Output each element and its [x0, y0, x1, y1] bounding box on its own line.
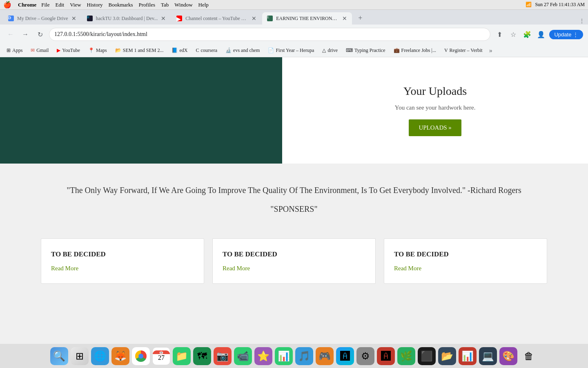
bookmark-youtube[interactable]: ▶ YouTube [53, 47, 83, 54]
bookmark-sem[interactable]: 📂 SEM 1 and SEM 2... [112, 47, 167, 54]
firstyear-favicon: 📄 [268, 47, 274, 54]
hero-section: Your Uploads You can see your hardwork h… [0, 57, 588, 164]
menu-edit[interactable]: Edit [56, 2, 65, 8]
bookmark-freelance[interactable]: 💼 Freelance Jobs |... [390, 47, 439, 54]
edx-label: edX [179, 47, 187, 54]
dock-app5[interactable]: ⭐ [254, 347, 272, 365]
drive-label: drive [327, 47, 338, 54]
tab-close-hack[interactable]: ✕ [161, 15, 166, 22]
dock-app10[interactable]: 💻 [479, 347, 497, 365]
bookmark-apps[interactable]: ⊞ Apps [3, 47, 26, 54]
bookmark-evs[interactable]: 🔬 evs and chem [222, 47, 263, 54]
dock-app8[interactable]: 🅰 [377, 347, 395, 365]
tab-close-drive[interactable]: ✕ [71, 15, 76, 22]
dock-trash[interactable]: 🗑 [520, 347, 538, 365]
evs-favicon: 🔬 [225, 47, 232, 54]
menu-view[interactable]: View [70, 2, 81, 8]
menu-profiles[interactable]: Profiles [139, 2, 155, 8]
menu-history[interactable]: History [87, 2, 103, 8]
profile-icon[interactable]: 👤 [535, 29, 547, 40]
dock-files[interactable]: 📂 [438, 347, 456, 365]
maps-label: Maps [96, 47, 107, 54]
tab-close-earn[interactable]: ✕ [342, 15, 347, 22]
forward-button[interactable]: → [20, 29, 31, 40]
dock-finder[interactable]: 🔍 [50, 347, 68, 365]
sem-label: SEM 1 and SEM 2... [123, 47, 164, 54]
dock-chrome[interactable] [132, 347, 150, 365]
url-bar[interactable]: 127.0.0.1:5500/kiraric/layout/index.html [49, 28, 490, 41]
quote-section: "The Only Way Forward, If We Are Going T… [0, 164, 588, 222]
dock-app4[interactable]: 📷 [214, 347, 232, 365]
apps-label: Apps [12, 47, 22, 54]
url-text: 127.0.0.1:5500/kiraric/layout/index.html [54, 31, 485, 38]
card-link-1[interactable]: Read More [51, 265, 194, 272]
tab-search-icon[interactable]: ⋮ [579, 18, 585, 25]
tab-label-yt: Channel content – YouTube Stu... [185, 16, 248, 22]
menu-bookmarks[interactable]: Bookmarks [109, 2, 133, 8]
evs-label: evs and chem [233, 47, 260, 54]
coursera-label: coursera [200, 47, 217, 54]
tab-youtube[interactable]: ▶ Channel content – YouTube Stu... ✕ [172, 12, 261, 25]
tab-drive[interactable]: D My Drive – Google Drive ✕ [3, 12, 81, 25]
bookmark-verbit[interactable]: V Register – Verbit [441, 47, 486, 54]
dock-appstore[interactable]: 🅰 [336, 347, 354, 365]
bookmarks-more-button[interactable]: » [488, 47, 494, 54]
dock-settings[interactable]: ⚙ [356, 347, 374, 365]
bookmark-coursera[interactable]: C coursera [192, 47, 220, 54]
apple-menu[interactable]: 🍎 [3, 1, 11, 9]
dock-app7[interactable]: 🎮 [316, 347, 334, 365]
menu-items: File Edit View History Bookmarks Profile… [41, 2, 209, 8]
card-title-1: TO BE DECIDED [51, 250, 194, 258]
share-icon[interactable]: ⬆ [494, 29, 505, 40]
bookmark-icon[interactable]: ☆ [508, 29, 519, 40]
dock-calendar[interactable]: 📅 27 [152, 347, 170, 365]
tab-close-yt[interactable]: ✕ [252, 15, 256, 22]
card-title-2: TO BE DECIDED [223, 250, 365, 258]
update-button[interactable]: Update ⋮ [549, 30, 583, 39]
menu-tab[interactable]: Tab [161, 2, 169, 8]
tab-label-drive: My Drive – Google Drive [17, 16, 68, 22]
dock-maps[interactable]: 🗺 [193, 347, 211, 365]
dock-terminal[interactable]: ⬛ [418, 347, 436, 365]
youtube-favicon: ▶ [57, 47, 60, 54]
card-link-3[interactable]: Read More [394, 265, 537, 272]
bookmark-maps[interactable]: 📍 Maps [85, 47, 110, 54]
control-center-icon[interactable]: 📶 [526, 2, 532, 8]
new-tab-button[interactable]: + [354, 12, 366, 24]
reload-button[interactable]: ↻ [34, 29, 46, 40]
menubar: 🍎 Chrome File Edit View History Bookmark… [0, 0, 588, 10]
dock-app2[interactable]: 🦊 [111, 347, 129, 365]
dock-app11[interactable]: 🎨 [499, 347, 517, 365]
bookmark-edx[interactable]: 📘 edX [168, 47, 191, 54]
tab-earn[interactable]: E EARNING THE ENVIRONMENT ✕ [262, 12, 352, 25]
tab-label-earn: EARNING THE ENVIRONMENT [276, 16, 339, 22]
dock-facetime[interactable]: 📹 [234, 347, 252, 365]
dock-app1[interactable]: 🌐 [91, 347, 109, 365]
chrome-window: D My Drive – Google Drive ✕ H hackTU 3.0… [0, 10, 588, 343]
bookmark-firstyear[interactable]: 📄 First Year – Herupa [265, 47, 317, 54]
dock-app9[interactable]: 🌿 [397, 347, 415, 365]
extensions-icon[interactable]: 🧩 [521, 29, 533, 40]
cards-section: TO BE DECIDED Read More TO BE DECIDED Re… [0, 222, 588, 300]
back-button[interactable]: ← [5, 29, 16, 40]
app-name[interactable]: Chrome [18, 2, 36, 8]
tab-hackttu[interactable]: H hackTU 3.0: Dashboard | Dev... ✕ [82, 12, 171, 25]
menu-help[interactable]: Help [198, 2, 209, 8]
dock-powerpoint[interactable]: 📊 [459, 347, 477, 365]
firstyear-label: First Year – Herupa [276, 47, 314, 54]
uploads-panel: Your Uploads You can see your hardwork h… [282, 57, 588, 164]
gmail-favicon: ✉ [31, 47, 35, 54]
hero-image [0, 57, 282, 164]
dock-app6[interactable]: 🎵 [295, 347, 313, 365]
menu-window[interactable]: Window [174, 2, 192, 8]
card-link-2[interactable]: Read More [223, 265, 365, 272]
bookmark-gmail[interactable]: ✉ Gmail [27, 47, 52, 54]
dock-numbers[interactable]: 📊 [275, 347, 293, 365]
menu-file[interactable]: File [41, 2, 49, 8]
bookmark-drive[interactable]: △ drive [319, 47, 341, 54]
dock-app3[interactable]: 📁 [173, 347, 191, 365]
youtube-label: YouTube [62, 47, 80, 54]
uploads-button[interactable]: UPLOADS » [409, 119, 461, 136]
dock-launchpad[interactable]: ⊞ [71, 347, 89, 365]
bookmark-typing[interactable]: ⌨ Typing Practice [343, 47, 388, 54]
